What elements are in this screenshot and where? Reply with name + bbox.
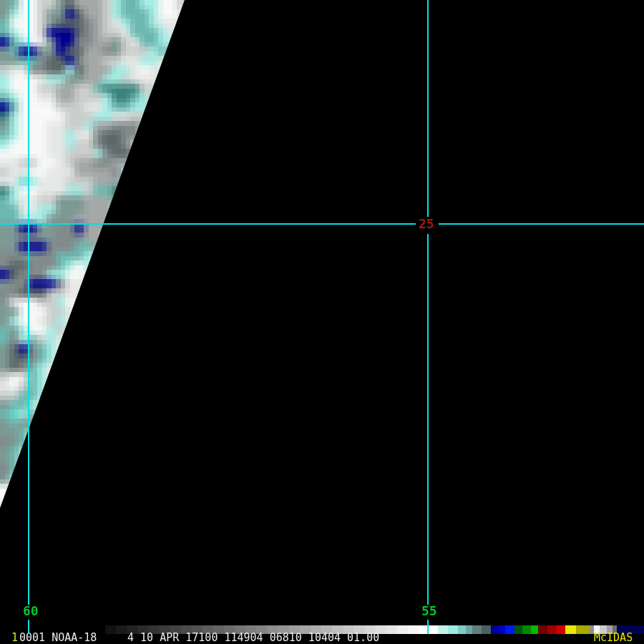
- image-dataset-label: 0001 NOAA-18: [19, 633, 97, 643]
- satellite-image-display[interactable]: [0, 0, 644, 644]
- image-time-label: 4 10 APR 17100 114904 06810 10404 01.00: [127, 633, 379, 643]
- longitude-label-55: 55: [421, 605, 437, 617]
- mcidas-display-window: 25 60 55 1 0001 NOAA-18 4 10 APR 17100 1…: [0, 0, 644, 644]
- status-bar: 1 0001 NOAA-18 4 10 APR 17100 114904 068…: [0, 633, 644, 644]
- frame-number: 1: [11, 633, 18, 643]
- latitude-label-25: 25: [419, 218, 434, 230]
- mcidas-brand-label: McIDAS: [594, 633, 633, 643]
- longitude-label-60: 60: [23, 605, 39, 617]
